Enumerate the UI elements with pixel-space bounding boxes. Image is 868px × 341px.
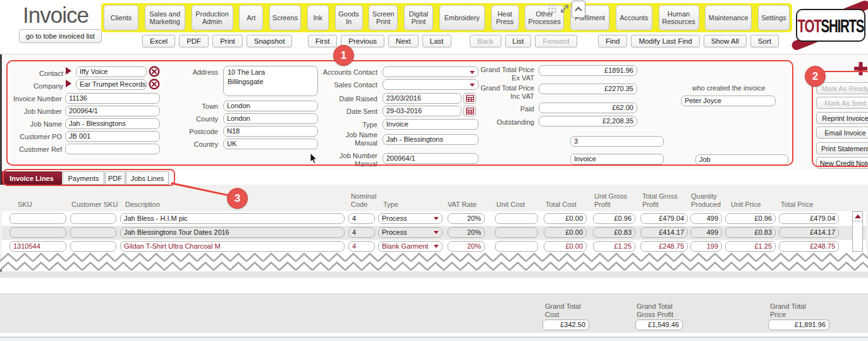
job-number-manual-field[interactable]: 200964/1 [382, 153, 479, 164]
customer-po-field[interactable]: JB 001 [65, 131, 160, 142]
town-field[interactable]: London [223, 101, 318, 111]
accounts-contact-dropdown[interactable] [382, 66, 479, 77]
cell-description[interactable]: Jah Bless - H.I.M pic [120, 213, 345, 224]
cell-type-dropdown[interactable]: Process [378, 227, 443, 238]
customer-ref-field[interactable] [65, 144, 160, 154]
tab-pdf[interactable]: PDF [105, 171, 125, 185]
last-button[interactable]: Last [422, 35, 451, 47]
cell-total-price[interactable]: £414.17 [779, 227, 839, 238]
creator-field[interactable]: Peter Joyce [681, 96, 776, 106]
nav-tab-settings[interactable]: Settings [758, 5, 790, 30]
cell-total-gross-profit[interactable]: £248.75 [640, 241, 688, 252]
cell-unit-gross-profit[interactable]: £0.83 [593, 227, 635, 238]
address-field[interactable]: 10 The Lara Billingsgate [223, 66, 318, 96]
job-field[interactable]: Job [695, 154, 788, 165]
outstanding-field[interactable]: £2,208.35 [539, 116, 637, 127]
cell-total-gross-profit[interactable]: £414.17 [640, 227, 688, 238]
contact-field[interactable]: Iffy Voice [76, 66, 147, 77]
cell-sku[interactable] [9, 213, 66, 224]
cell-quantity-produced[interactable]: 499 [690, 213, 722, 224]
cell-unit-gross-profit[interactable]: £0.96 [593, 213, 635, 224]
country-field[interactable]: UK [223, 139, 318, 149]
nav-tab-heat-press[interactable]: Heat Press [491, 5, 519, 30]
nav-tab-screen-print[interactable]: Screen Print [369, 5, 398, 30]
collapse-header-button[interactable] [572, 1, 585, 18]
table-scrollbar[interactable] [852, 211, 863, 252]
cell-description[interactable]: Gildan T-Shirt Ultra Charcoal M [120, 241, 345, 252]
postcode-field[interactable]: N18 [223, 126, 318, 137]
scroll-up-button[interactable] [853, 212, 862, 221]
company-field[interactable]: Ear Trumpet Records [76, 79, 147, 90]
cell-total-gross-profit[interactable]: £479.04 [640, 213, 688, 224]
cell-vat-rate[interactable]: 20% [448, 227, 485, 238]
cell-vat-rate[interactable]: 20% [448, 241, 485, 252]
excel-button[interactable]: Excel [142, 35, 175, 47]
modify-last-find-button[interactable]: Modify Last Find [631, 35, 699, 47]
job-name-field[interactable]: Jah - Blessingtons [65, 118, 160, 129]
contact-goto-arrow-icon[interactable] [66, 67, 71, 75]
cell-unit-gross-profit[interactable]: £1.25 [593, 241, 635, 252]
nav-tab-goods-in[interactable]: Goods In [335, 5, 363, 30]
nav-tab-screens[interactable]: Screens [269, 5, 301, 30]
nav-tab-clients[interactable]: Clients [104, 5, 138, 30]
nav-tab-production-admin[interactable]: Production Admin [192, 5, 233, 30]
county-field[interactable]: London [223, 113, 318, 124]
list-button[interactable]: List [505, 35, 532, 47]
email-invoice-button[interactable]: Email Invoice [816, 127, 868, 139]
contact-remove-icon[interactable] [149, 66, 160, 77]
cell-nominal-code[interactable]: 4 [348, 241, 375, 252]
cell-total-price[interactable]: £248.75 [779, 241, 839, 252]
cell-total-cost[interactable]: £0.00 [544, 227, 587, 238]
date-sent-calendar-button[interactable] [463, 106, 476, 116]
mark-as-sent-button[interactable]: Mark As Sent [816, 97, 868, 109]
paid-field[interactable]: £62.00 [539, 102, 637, 113]
nav-tab-digital-print[interactable]: Digital Print [404, 5, 433, 30]
cell-vat-rate[interactable]: 20% [448, 213, 485, 224]
pdf-button[interactable]: PDF [179, 35, 209, 47]
cell-customer-sku[interactable] [70, 241, 116, 252]
back-button[interactable]: Back [470, 35, 501, 47]
nav-tab-human-resources[interactable]: Human Resources [659, 5, 699, 30]
first-button[interactable]: First [308, 35, 337, 47]
date-raised-field[interactable]: 23/03/2016 [382, 93, 462, 104]
cell-unit-price[interactable]: £0.83 [725, 227, 776, 238]
company-goto-arrow-icon[interactable] [66, 80, 71, 87]
job-name-manual-field[interactable]: Jah - Blessingtons [382, 134, 479, 145]
invoice-number-field[interactable]: 11136 [65, 93, 160, 104]
show-all-button[interactable]: Show All [704, 35, 747, 47]
expand-icon[interactable] [559, 4, 570, 14]
nav-tab-embroidery[interactable]: Embroidery [439, 5, 485, 30]
cell-unit-price[interactable]: £0.96 [725, 213, 776, 224]
cell-quantity-produced[interactable]: 199 [690, 241, 722, 252]
sales-contact-dropdown[interactable] [382, 79, 479, 90]
type2-field[interactable]: Invoice [570, 154, 664, 164]
next-button[interactable]: Next [388, 35, 419, 47]
cell-total-cost[interactable]: £0.00 [544, 213, 587, 224]
nav-tab-accounts[interactable]: Accounts [616, 5, 652, 30]
cell-unit-cost[interactable] [495, 227, 538, 238]
nav-tab-ink[interactable]: Ink [307, 5, 329, 30]
cell-description[interactable]: Jah Blessingtons Tour Dates 2016 [120, 227, 345, 238]
grid-icon[interactable] [548, 4, 558, 14]
cell-nominal-code[interactable]: 4 [348, 227, 375, 238]
add-icon[interactable] [854, 62, 867, 75]
goto-invoiced-list-button[interactable]: go to tobe invoiced list [19, 29, 102, 43]
grand-total-ex-vat-field[interactable]: £1891.96 [539, 65, 637, 76]
sort-button[interactable]: Sort [750, 35, 779, 47]
snapshot-button[interactable]: Snapshot [247, 35, 293, 47]
mark-as-ready-button[interactable]: Mark As Ready [816, 82, 868, 94]
cell-total-cost[interactable]: £0.00 [544, 241, 587, 252]
cell-sku[interactable] [9, 227, 66, 238]
cell-unit-cost[interactable] [495, 241, 538, 252]
new-credit-note-button[interactable]: New Credit Note [816, 157, 868, 169]
cell-type-dropdown[interactable]: Blank Garment [378, 241, 443, 252]
nav-tab-sales-marketing[interactable]: Sales and Marketing [145, 5, 185, 30]
cell-unit-cost[interactable] [495, 213, 538, 224]
grand-total-inc-vat-field[interactable]: £2270.35 [539, 84, 637, 94]
cell-total-price[interactable]: £479.04 [779, 213, 839, 224]
date-raised-calendar-button[interactable] [463, 93, 476, 104]
cell-unit-price[interactable]: £1.25 [725, 241, 776, 252]
type-field[interactable]: Invoice [382, 119, 479, 130]
find-button[interactable]: Find [598, 35, 627, 47]
cell-type-dropdown[interactable]: Process [378, 213, 443, 224]
